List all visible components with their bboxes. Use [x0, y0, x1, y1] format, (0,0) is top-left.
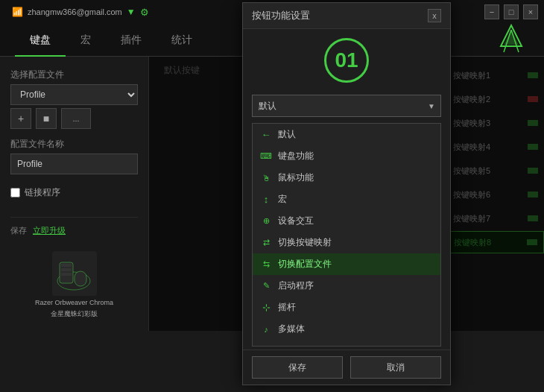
modal-title: 按钮功能设置: [252, 9, 310, 22]
device-name: Razer Orbweaver Chroma: [35, 299, 113, 306]
tutorial-link[interactable]: 立即升级: [33, 225, 66, 236]
dropdown-list: ← 默认 ⌨ 键盘功能 🖱 鼠标功能 ↕: [252, 123, 441, 347]
keyboard-icon: ⌨: [260, 151, 272, 162]
signal-icon: ▼: [127, 7, 136, 17]
link-program-row: 链接程序: [10, 186, 138, 199]
modal-select-wrapper: 默认 ▼: [252, 95, 441, 117]
dropdown-item-joystick[interactable]: ⊹ 摇杆: [253, 297, 440, 318]
dropdown-item-mouse[interactable]: 🖱 鼠标功能: [253, 167, 440, 189]
dropdown-item-keyboard[interactable]: ⌨ 键盘功能: [253, 145, 440, 167]
more-profile-button[interactable]: ...: [61, 108, 91, 129]
modal-save-button[interactable]: 保存: [252, 356, 343, 379]
link-program-label: 链接程序: [25, 186, 60, 199]
modal-number-row: 01: [243, 29, 450, 92]
modal-dropdown-select[interactable]: 默认: [252, 95, 441, 117]
profile-icon: ⇆: [260, 259, 272, 271]
svg-rect-6: [61, 264, 72, 267]
device-icon: ⊕: [260, 215, 272, 227]
mouse-icon: 🖱: [260, 172, 272, 184]
config-name-input[interactable]: [10, 154, 138, 174]
joystick-icon: ⊹: [260, 302, 272, 314]
user-email: zhangmw366@gmail.com: [28, 7, 122, 16]
switch-key-icon: ⇄: [260, 237, 272, 249]
device-subtitle: 金星魔蛛幻彩版: [51, 309, 98, 319]
launch-icon: ✎: [260, 280, 272, 292]
windows-icon: ⊞: [260, 345, 272, 347]
modal-header: 按钮功能设置 x: [243, 3, 450, 29]
config-name-label: 配置文件名称: [10, 138, 138, 151]
svg-rect-9: [75, 271, 86, 286]
modal-select-row: 默认 ▼: [243, 92, 450, 123]
modal-overlay: 按钮功能设置 x 01 默认 ▼: [149, 57, 544, 331]
media-icon: ♪: [260, 323, 272, 335]
razer-logo: [496, 24, 529, 57]
wifi-icon: 📶: [12, 7, 23, 17]
minimize-button[interactable]: −: [484, 4, 499, 19]
dropdown-item-media[interactable]: ♪ 多媒体: [253, 318, 440, 340]
key-number-display: 01: [324, 38, 369, 83]
button-config-modal: 按钮功能设置 x 01 默认 ▼: [242, 2, 451, 385]
tab-keyboard[interactable]: 键盘: [15, 24, 66, 57]
tab-stats[interactable]: 统计: [156, 24, 207, 57]
device-section: Razer Orbweaver Chroma 金星魔蛛幻彩版: [10, 251, 138, 319]
sidebar-bottom: 保存 立即升级: [10, 217, 138, 236]
profile-select-label: 选择配置文件: [10, 69, 138, 81]
profile-buttons: + ■ ...: [10, 108, 138, 129]
svg-rect-8: [61, 273, 72, 276]
dropdown-item-device[interactable]: ⊕ 设备交互: [253, 210, 440, 232]
right-panel: 默认按键 按键映射1 按键映射2 按键映射3 按键映射4 按键映射5: [149, 57, 544, 331]
tab-plugins[interactable]: 插件: [106, 24, 156, 57]
link-program-checkbox[interactable]: [10, 188, 20, 197]
delete-profile-button[interactable]: ■: [36, 108, 57, 129]
maximize-button[interactable]: □: [504, 4, 519, 19]
modal-footer: 保存 取消: [243, 350, 450, 385]
content-area: 选择配置文件 Profile + ■ ... 配置文件名称 链接程序 保存 立即…: [0, 57, 544, 331]
tab-macro[interactable]: 宏: [66, 24, 106, 57]
dropdown-item-macro[interactable]: ↕ 宏: [253, 189, 440, 210]
arrow-icon: ←: [260, 129, 272, 141]
add-profile-button[interactable]: +: [10, 108, 31, 129]
dropdown-item-switch-profile[interactable]: ⇆ 切换配置文件: [253, 253, 440, 275]
close-button[interactable]: ×: [523, 4, 538, 19]
macro-icon: ↕: [260, 194, 272, 206]
profile-select[interactable]: Profile: [10, 84, 138, 105]
save-link[interactable]: 保存: [10, 225, 27, 236]
dropdown-item-switch-key[interactable]: ⇄ 切换按键映射: [253, 232, 440, 253]
modal-close-button[interactable]: x: [428, 9, 441, 22]
svg-rect-7: [61, 268, 72, 271]
dropdown-item-win8[interactable]: ⊞ WINDOWS 8触屏按钮: [253, 340, 440, 347]
modal-cancel-button[interactable]: 取消: [350, 356, 441, 379]
connected-icon: ⚙: [140, 7, 149, 18]
dropdown-item-launch[interactable]: ✎ 启动程序: [253, 275, 440, 297]
sidebar: 选择配置文件 Profile + ■ ... 配置文件名称 链接程序 保存 立即…: [0, 57, 149, 331]
dropdown-item-default[interactable]: ← 默认: [253, 124, 440, 145]
device-image: [52, 251, 97, 296]
